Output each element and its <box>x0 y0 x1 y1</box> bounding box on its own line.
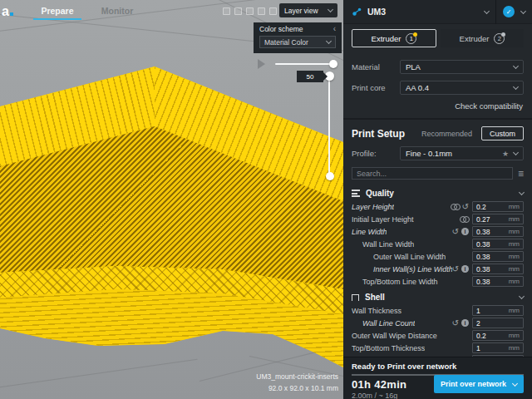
extruder-label: Extruder <box>460 34 490 43</box>
info-icon[interactable]: i <box>461 319 469 327</box>
setting-label: Initial Layer Height <box>352 215 414 224</box>
setting-value-field[interactable]: 1mm <box>472 342 524 353</box>
simulation-play-icon[interactable] <box>258 59 265 69</box>
model-name: UM3_mount-crickit-inserts <box>256 371 338 382</box>
output-footer: Ready to Print over network 01h 42min 2.… <box>343 357 532 399</box>
setting-value-field[interactable]: 0.38mm <box>472 251 524 262</box>
setting-value-slot: 0.2mm <box>472 201 524 212</box>
view-right-icon[interactable] <box>269 7 277 15</box>
info-icon[interactable]: i <box>461 228 469 235</box>
setting-value-field[interactable]: 0.38mm <box>472 226 524 237</box>
printcore-label: Print core <box>352 83 400 92</box>
print-setup-modes: Recommended Custom <box>414 126 524 140</box>
view-left-icon[interactable] <box>258 7 265 15</box>
tab-active-underline <box>33 18 81 20</box>
chevron-down-icon[interactable] <box>520 7 526 13</box>
setting-value: 0.38 <box>476 278 490 286</box>
check-compatibility-link[interactable]: Check compatibility <box>343 95 532 118</box>
chevron-down-icon <box>513 150 519 155</box>
view-mode-dropdown[interactable]: Layer view <box>279 3 337 17</box>
simulation-slider-track[interactable] <box>275 63 334 65</box>
view-top-icon[interactable] <box>246 7 254 15</box>
section-title: Quality <box>366 189 394 198</box>
setting-icons: ↺ <box>451 203 469 210</box>
extruder-2-tab[interactable]: Extruder 2 <box>441 29 524 47</box>
settings-search-input[interactable] <box>352 167 513 180</box>
setting-icons: ↺i <box>452 265 469 273</box>
settings-section-header-quality[interactable]: Quality <box>352 186 524 200</box>
revert-icon[interactable]: ↺ <box>462 203 469 210</box>
3d-viewport[interactable]: a Prepare Monitor Layer view Color schem… <box>0 0 343 399</box>
chevron-down-icon[interactable] <box>484 7 490 13</box>
setting-value-field[interactable]: 2 <box>472 318 524 328</box>
machine-selector[interactable]: UM3 ✓ <box>343 0 532 24</box>
printer-name: UM3 <box>367 7 386 17</box>
layer-slider-track[interactable] <box>328 76 330 176</box>
setting-value-field[interactable]: 0.38mm <box>472 276 524 287</box>
setting-row: Layer Height↺0.2mm <box>352 200 524 213</box>
link-icon[interactable] <box>451 204 460 210</box>
setting-unit: mm <box>509 332 520 339</box>
ready-status: Ready to Print over network <box>352 362 524 371</box>
print-over-network-button[interactable]: Print over network <box>434 375 524 393</box>
tab-monitor[interactable]: Monitor <box>96 6 138 16</box>
printcore-dropdown[interactable]: AA 0.4 <box>400 81 524 95</box>
setting-value-field[interactable]: 1mm <box>472 305 524 316</box>
logo-dot <box>10 12 13 16</box>
setting-label: Line Width <box>352 228 387 236</box>
tab-prepare[interactable]: Prepare <box>33 6 81 16</box>
revert-icon[interactable]: ↺ <box>452 319 459 327</box>
setting-icons: ↺i <box>452 319 469 327</box>
setting-value-field[interactable]: 0.38mm <box>472 239 524 249</box>
sliced-model[interactable] <box>0 0 343 399</box>
setting-value: 1 <box>476 307 480 315</box>
chevron-down-icon <box>328 7 333 12</box>
divider <box>495 0 496 24</box>
print-setup-title: Print Setup <box>352 128 405 140</box>
custom-button[interactable]: Custom <box>481 126 524 140</box>
chevron-down-icon <box>513 63 519 69</box>
setting-value-field[interactable]: 0.27mm <box>472 214 524 224</box>
setting-unit: mm <box>509 307 520 314</box>
revert-icon[interactable]: ↺ <box>452 265 459 273</box>
setting-value-slot: 0.38mm <box>472 251 524 262</box>
model-info: UM3_mount-crickit-inserts 92.0 x 92.0 x … <box>256 371 338 394</box>
setting-label: Inner Wall(s) Line Width <box>352 265 452 273</box>
material-value: PLA <box>406 62 421 71</box>
revert-icon[interactable]: ↺ <box>452 228 459 235</box>
layer-slider-bottom-handle[interactable] <box>326 172 334 180</box>
collapse-icon[interactable]: ‹ <box>333 26 336 32</box>
view-3d-icon[interactable] <box>223 7 230 15</box>
color-scheme-value: Material Color <box>264 38 308 47</box>
chevron-down-icon <box>519 190 525 195</box>
settings-section-header-shell[interactable]: Shell <box>352 290 524 304</box>
color-scheme-title: Color scheme <box>259 25 303 33</box>
color-scheme-dropdown[interactable]: Material Color <box>259 36 336 48</box>
setting-value-field[interactable]: 0.38mm <box>472 264 524 274</box>
link-icon[interactable] <box>460 216 469 223</box>
setting-row: Top/Bottom Thickness1mm <box>352 342 524 354</box>
info-icon[interactable]: i <box>461 265 469 273</box>
profile-label: Profile: <box>352 149 400 158</box>
setting-value: 0.38 <box>476 265 490 273</box>
setting-value-field[interactable]: 0.2mm <box>472 201 524 212</box>
view-front-icon[interactable] <box>234 7 242 15</box>
setting-value-field[interactable]: 0.2mm <box>472 330 524 341</box>
setting-value: 0.2 <box>476 332 486 340</box>
extruder-1-tab[interactable]: Extruder 1 <box>352 29 436 47</box>
setting-value: 0.2 <box>476 203 486 211</box>
layers-icon <box>352 190 360 197</box>
network-printer-icon <box>352 7 362 17</box>
setting-unit: mm <box>509 253 520 260</box>
settings-menu-icon[interactable]: ≡ <box>518 170 524 178</box>
setting-value-slot: 0.27mm <box>472 214 524 224</box>
recommended-button[interactable]: Recommended <box>414 126 480 140</box>
setting-row: Outer Wall Wipe Distance0.2mm <box>352 329 524 342</box>
profile-dropdown[interactable]: Fine - 0.1mm ★ <box>400 146 524 160</box>
material-dropdown[interactable]: PLA <box>400 60 524 74</box>
simulation-slider-handle[interactable] <box>329 60 337 68</box>
sidebar-panel: UM3 ✓ Extruder 1 Extruder 2 Material PLA… <box>343 0 532 399</box>
current-layer-badge: 50 <box>297 71 323 82</box>
star-icon[interactable]: ★ <box>502 150 509 158</box>
setting-icons <box>460 216 469 223</box>
